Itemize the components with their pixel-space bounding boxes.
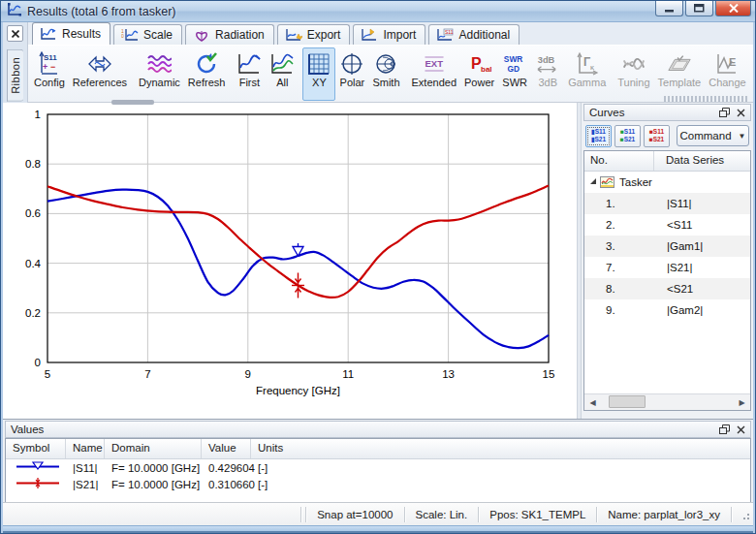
references-button[interactable]: References (69, 47, 131, 101)
curves-view-3-button[interactable]: ■S11■S21 (644, 125, 670, 147)
ribbon-toolbar: S11+−ConfigReferencesDynamicRefreshFirst… (28, 45, 753, 103)
status-field-2: Ppos: SK1_TEMPL (481, 509, 594, 520)
tuning-button: Tuning (614, 47, 653, 101)
curve-row-s11[interactable]: 2.<S11 (584, 214, 750, 236)
tab-radiation-icon (193, 28, 210, 42)
status-separator (596, 507, 597, 522)
xy-icon (306, 50, 331, 77)
values-col-value: Value (202, 439, 251, 458)
change-icon: E (714, 50, 740, 77)
toolbar-overflow-grip[interactable] (664, 96, 749, 102)
curves-toolbar: ▮S11▮S21 ■S11■S21 ■S11■S21 Command▼ (583, 121, 751, 150)
marker-s21[interactable] (292, 272, 304, 298)
status-separator (731, 507, 732, 522)
curve-row-gam2[interactable]: 9.|Gam2| (584, 299, 750, 321)
tab-results-icon (40, 27, 57, 41)
curves-hscrollbar[interactable]: ◀ ▶ (584, 393, 750, 410)
tab-scale[interactable]: 10Scale (113, 24, 182, 45)
values-panel: Values Symbol Name Domain Value Units |S… (3, 419, 753, 502)
curves-view-1-button[interactable]: ▮S11▮S21 (585, 125, 612, 147)
swr-button[interactable]: SWRGDSWR (498, 47, 531, 101)
smith-button[interactable]: Smith (368, 47, 403, 101)
tree-expander-icon[interactable] (590, 178, 596, 184)
values-row-s21[interactable]: |S21|F= 10.0000 [GHz]0.310660[-] (6, 476, 750, 492)
ribbon-tabs: Results10ScaleRadiationExportImportS11Ad… (28, 22, 753, 45)
svg-text:0: 0 (121, 33, 124, 39)
threedb-icon: 3dB (535, 50, 560, 77)
curve-row-gam1[interactable]: 3.|Gam1| (584, 236, 750, 257)
tab-export[interactable]: Export (277, 24, 351, 45)
ribbon-side-tab[interactable]: Ribbon (7, 49, 23, 102)
ribbon-close-button[interactable] (7, 25, 23, 42)
svg-text:E: E (729, 56, 736, 68)
curve-row-s11[interactable]: 1.|S11| (584, 193, 750, 214)
svg-text:S11: S11 (445, 29, 454, 35)
ribbon-scroll-handle[interactable] (111, 100, 154, 105)
config-button[interactable]: S11+−Config (30, 47, 69, 101)
power-button[interactable]: PbalPower (460, 47, 498, 101)
minimize-button[interactable] (655, 1, 683, 16)
curve-symbol-swatch (6, 460, 66, 475)
curve-row-s21[interactable]: 8.<S21 (584, 278, 750, 299)
titlebar[interactable]: Results (total 6 from tasker) (1, 1, 755, 22)
resize-grip[interactable] (738, 508, 751, 521)
tab-import[interactable]: Import (353, 24, 425, 45)
x-tick-label: 7 (144, 368, 150, 380)
close-button[interactable] (715, 1, 751, 16)
svg-text:GD: GD (508, 64, 520, 74)
polar-button[interactable]: Polar (335, 47, 368, 101)
command-dropdown[interactable]: Command▼ (677, 125, 749, 146)
x-tick-label: 5 (45, 368, 50, 380)
all-button[interactable]: All (266, 47, 299, 101)
y-tick-label: 0.6 (25, 207, 41, 219)
tasker-chart-icon (600, 176, 614, 188)
status-bar: Snap at=10000Scale: Lin.Ppos: SK1_TEMPLN… (3, 502, 753, 525)
references-icon (87, 50, 112, 77)
svg-text:+: + (43, 62, 47, 72)
tab-additional[interactable]: S11Additional (428, 24, 520, 45)
y-tick-label: 0 (35, 357, 41, 368)
curves-tree-root[interactable]: Tasker (584, 172, 750, 193)
curves-col-series: Data Series (654, 151, 750, 171)
tab-results[interactable]: Results (32, 22, 110, 45)
xy-button[interactable]: XY (302, 47, 335, 101)
curves-close-icon[interactable] (734, 107, 747, 119)
xy-chart[interactable]: 00.20.40.60.81579111315Frequency [GHz] (5, 106, 575, 412)
extended-button[interactable]: EXTExtended (408, 47, 460, 101)
status-field-1: Scale: Lin. (407, 509, 477, 520)
x-tick-label: 11 (342, 368, 354, 380)
scroll-left-icon[interactable]: ◀ (584, 394, 601, 410)
status-separator (478, 507, 479, 522)
config-icon: S11+− (37, 50, 62, 77)
values-table: Symbol Name Domain Value Units |S11|F= 1… (5, 438, 751, 502)
tuning-icon (621, 50, 646, 77)
maximize-button[interactable] (685, 1, 713, 16)
values-close-icon[interactable] (734, 424, 747, 436)
dynamic-icon (146, 50, 172, 77)
scroll-thumb[interactable] (609, 395, 646, 408)
x-tick-label: 13 (442, 368, 455, 380)
xy-plot-area[interactable]: 00.20.40.60.81579111315Frequency [GHz] (3, 103, 577, 419)
extended-icon: EXT (422, 50, 447, 77)
3db-button: 3dB3dB (531, 47, 564, 101)
curves-table: No. Data Series Tasker 1.|S11|2.<S113.|G… (583, 150, 751, 411)
values-row-s11[interactable]: |S11|F= 10.0000 [GHz]0.429604[-] (6, 459, 750, 476)
svg-text:EXT: EXT (425, 58, 443, 69)
first-button[interactable]: First (233, 47, 266, 101)
scroll-right-icon[interactable]: ▶ (734, 394, 750, 410)
curves-view-2-button[interactable]: ■S11■S21 (614, 125, 641, 147)
app-chart-icon (7, 3, 21, 20)
svg-text:−: − (50, 62, 55, 72)
y-tick-label: 0.8 (25, 158, 41, 170)
tab-import-icon (361, 28, 378, 42)
smith-icon (373, 50, 398, 77)
curve-row-s21[interactable]: 7.|S21| (584, 257, 750, 278)
status-separator (404, 507, 405, 522)
values-float-icon[interactable] (717, 424, 731, 436)
status-field-0: Snap at=10000 (308, 509, 401, 520)
curves-float-icon[interactable] (717, 107, 731, 119)
values-col-symbol: Symbol (6, 439, 66, 458)
tab-radiation[interactable]: Radiation (185, 24, 274, 45)
dynamic-button[interactable]: Dynamic (135, 47, 184, 101)
refresh-button[interactable]: Refresh (184, 47, 230, 101)
